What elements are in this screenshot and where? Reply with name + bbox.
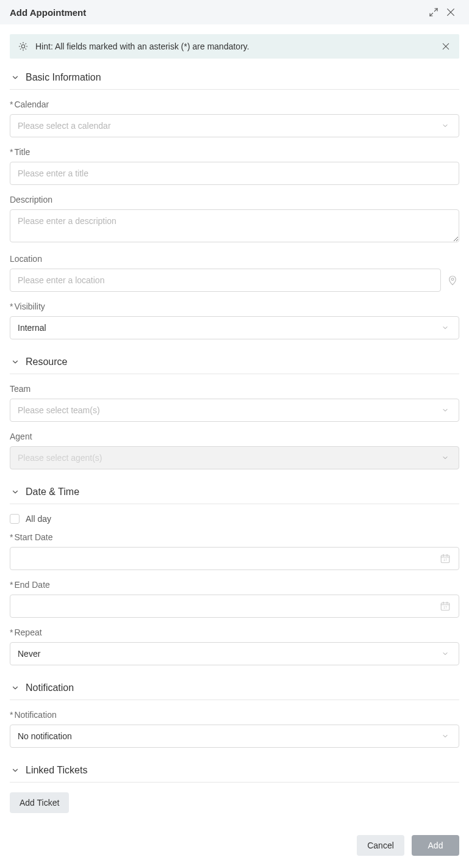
- description-textarea[interactable]: [10, 209, 459, 242]
- section-toggle-notification[interactable]: Notification: [10, 679, 459, 700]
- section-toggle-linked[interactable]: Linked Tickets: [10, 761, 459, 783]
- agent-label: Agent: [10, 432, 459, 441]
- select-value: No notification: [18, 731, 439, 741]
- section-toggle-datetime[interactable]: Date & Time: [10, 483, 459, 504]
- cancel-button[interactable]: Cancel: [357, 835, 404, 856]
- section-toggle-resource[interactable]: Resource: [10, 353, 459, 374]
- title-label: *Title: [10, 147, 459, 157]
- dialog-header: Add Appointment: [0, 0, 469, 24]
- field-notification: *Notification No notification: [10, 710, 459, 748]
- section-title: Basic Information: [26, 72, 101, 83]
- select-value: Internal: [18, 323, 439, 333]
- title-input-wrapper: [10, 162, 459, 185]
- hint-text: Hint: All fields marked with an asterisk…: [35, 42, 440, 51]
- all-day-label: All day: [26, 514, 51, 524]
- add-ticket-button[interactable]: Add Ticket: [10, 792, 69, 813]
- lightbulb-icon: [17, 40, 29, 52]
- add-appointment-dialog: Add Appointment: [0, 0, 469, 868]
- calendar-icon: 17: [439, 553, 451, 564]
- svg-point-1: [451, 278, 454, 281]
- chevron-down-icon: [439, 732, 451, 740]
- checkbox-box: [10, 514, 20, 524]
- agent-select: Please select agent(s): [10, 446, 459, 469]
- svg-text:17: 17: [443, 606, 447, 609]
- notification-select[interactable]: No notification: [10, 725, 459, 748]
- visibility-select[interactable]: Internal: [10, 316, 459, 339]
- description-label: Description: [10, 195, 459, 204]
- chevron-down-icon: [10, 765, 21, 776]
- section-title: Resource: [26, 356, 67, 367]
- calendar-icon: 17: [439, 601, 451, 612]
- add-button[interactable]: Add: [412, 835, 459, 856]
- field-visibility: *Visibility Internal: [10, 302, 459, 339]
- svg-text:17: 17: [443, 558, 447, 562]
- field-calendar: *Calendar Please select a calendar: [10, 99, 459, 137]
- start-date-input[interactable]: 17: [10, 547, 459, 570]
- field-description: Description: [10, 195, 459, 244]
- chevron-down-icon: [439, 324, 451, 331]
- field-location: Location: [10, 254, 459, 292]
- all-day-checkbox[interactable]: All day: [10, 514, 459, 524]
- chevron-down-icon: [10, 486, 21, 497]
- team-label: Team: [10, 384, 459, 394]
- select-placeholder: Please select agent(s): [18, 453, 439, 463]
- section-title: Linked Tickets: [26, 765, 87, 776]
- chevron-down-icon: [10, 72, 21, 83]
- dialog-title: Add Appointment: [10, 7, 425, 18]
- svg-point-0: [21, 45, 24, 48]
- section-notification: Notification *Notification No notificati…: [10, 679, 459, 748]
- team-select[interactable]: Please select team(s): [10, 399, 459, 422]
- chevron-down-icon: [10, 356, 21, 367]
- dialog-footer: Cancel Add: [0, 828, 469, 868]
- select-placeholder: Please select a calendar: [18, 121, 439, 131]
- location-label: Location: [10, 254, 459, 264]
- repeat-label: *Repeat: [10, 627, 459, 637]
- start-date-label: *Start Date: [10, 532, 459, 542]
- chevron-down-icon: [10, 682, 21, 693]
- title-input[interactable]: [18, 168, 451, 178]
- hint-banner: Hint: All fields marked with an asterisk…: [10, 34, 459, 59]
- repeat-select[interactable]: Never: [10, 642, 459, 665]
- visibility-label: *Visibility: [10, 302, 459, 311]
- field-end-date: *End Date 17: [10, 580, 459, 618]
- section-title: Notification: [26, 682, 74, 693]
- select-value: Never: [18, 649, 439, 659]
- hint-close-icon[interactable]: [440, 40, 452, 52]
- field-agent: Agent Please select agent(s): [10, 432, 459, 469]
- select-placeholder: Please select team(s): [18, 405, 439, 415]
- field-team: Team Please select team(s): [10, 384, 459, 422]
- chevron-down-icon: [439, 122, 451, 129]
- section-basic-information: Basic Information *Calendar Please selec…: [10, 68, 459, 339]
- field-start-date: *Start Date 17: [10, 532, 459, 570]
- field-repeat: *Repeat Never: [10, 627, 459, 665]
- field-title: *Title: [10, 147, 459, 185]
- expand-icon[interactable]: [425, 4, 442, 21]
- calendar-label: *Calendar: [10, 99, 459, 109]
- location-input-wrapper: [10, 269, 441, 292]
- chevron-down-icon: [439, 407, 451, 414]
- chevron-down-icon: [439, 650, 451, 657]
- section-title: Date & Time: [26, 486, 79, 497]
- close-icon[interactable]: [442, 4, 459, 21]
- section-date-time: Date & Time All day *Start Date 17: [10, 483, 459, 665]
- chevron-down-icon: [439, 454, 451, 461]
- calendar-select[interactable]: Please select a calendar: [10, 114, 459, 137]
- section-toggle-basic[interactable]: Basic Information: [10, 68, 459, 90]
- location-pin-icon[interactable]: [446, 273, 459, 287]
- end-date-input[interactable]: 17: [10, 595, 459, 618]
- notification-label: *Notification: [10, 710, 459, 720]
- section-resource: Resource Team Please select team(s) Agen…: [10, 353, 459, 469]
- section-linked-tickets: Linked Tickets Add Ticket: [10, 761, 459, 813]
- end-date-label: *End Date: [10, 580, 459, 590]
- location-input[interactable]: [18, 275, 433, 285]
